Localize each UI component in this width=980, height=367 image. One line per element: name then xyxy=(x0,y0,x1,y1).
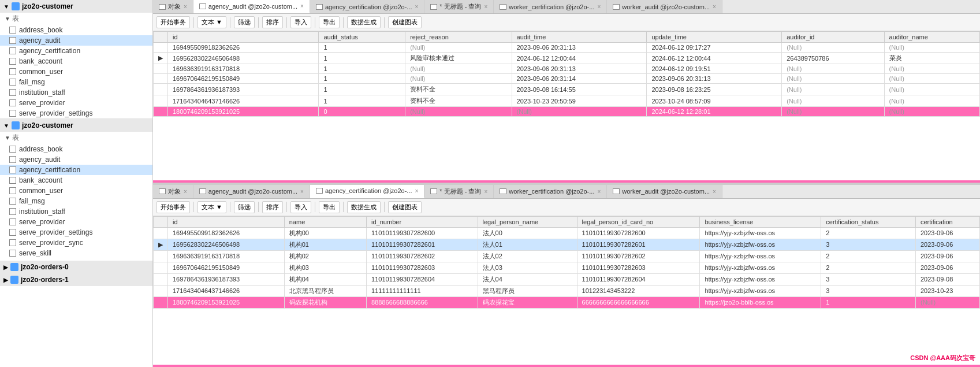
cell-legal_person_id_card_no-3[interactable]: 110101199307282603 xyxy=(577,262,700,273)
sidebar-item-institution_staff[interactable]: institution_staff xyxy=(0,206,152,217)
sidebar-db-extra2[interactable]: ▶ jzo2o-orders-1 xyxy=(0,273,152,286)
table-row[interactable]: 16949550991823626261(Null)2023-09-06 20:… xyxy=(154,43,980,53)
cell-id_number-4[interactable]: 110101199307282604 xyxy=(367,273,478,285)
table-row[interactable]: ▶16956283022465064981风险审核未通过2024-06-12 1… xyxy=(154,53,980,64)
cell-audit_status-2[interactable]: 1 xyxy=(319,64,405,74)
cell-business_license-5[interactable]: https://yjy-xzbjzfw-oss.os xyxy=(700,285,821,296)
cell-legal_person_id_card_no-0[interactable]: 110101199307282600 xyxy=(577,227,700,239)
cell-id-2[interactable]: 1696363919163170818 xyxy=(168,64,319,74)
cell-reject_reason-0[interactable]: (Null) xyxy=(405,43,512,53)
cell-certification-6[interactable]: (Null) xyxy=(915,296,979,308)
sidebar-item-agency_audit[interactable]: agency_audit xyxy=(0,35,152,46)
cell-business_license-1[interactable]: https://yjy-xzbjzfw-oss.os xyxy=(700,239,821,250)
cell-audit_time-0[interactable]: 2023-09-06 20:31:13 xyxy=(512,43,647,53)
cell-auditor_name-3[interactable]: (Null) xyxy=(884,74,979,84)
table-row[interactable]: 1696363919163170818机构0211010119930728260… xyxy=(154,250,980,262)
cell-id-6[interactable]: 1800746209153921025 xyxy=(168,296,285,308)
cell-auditor_name-4[interactable]: (Null) xyxy=(884,84,979,95)
tab-close-1[interactable]: × xyxy=(300,3,304,9)
sidebar-item-serve_provider[interactable]: serve_provider xyxy=(0,98,152,108)
cell-legal_person_id_card_no-5[interactable]: 101223143453222 xyxy=(577,285,700,296)
cell-auditor_name-0[interactable]: (Null) xyxy=(884,43,979,53)
cell-certification_status-4[interactable]: 3 xyxy=(821,273,916,285)
cell-id-1[interactable]: 1695628302246506498 xyxy=(168,53,319,64)
cell-reject_reason-4[interactable]: 资料不全 xyxy=(405,84,512,95)
toolbar-btn-6[interactable]: 数据生成 xyxy=(347,201,381,213)
sidebar-item-agency_certification[interactable]: agency_certification xyxy=(0,165,152,175)
cell-certification-1[interactable]: 2023-09-06 xyxy=(915,239,979,250)
toolbar-btn-7[interactable]: 创建图表 xyxy=(388,16,422,28)
cell-certification_status-3[interactable]: 2 xyxy=(821,262,916,273)
cell-certification_status-6[interactable]: 1 xyxy=(821,296,916,308)
cell-auditor_id-6[interactable]: (Null) xyxy=(782,107,884,117)
cell-update_time-1[interactable]: 2024-06-12 12:00:44 xyxy=(647,53,782,64)
toolbar-btn-3[interactable]: 排序 xyxy=(262,201,283,213)
cell-reject_reason-3[interactable]: (Null) xyxy=(405,74,512,84)
cell-audit_time-1[interactable]: 2024-06-12 12:00:44 xyxy=(512,53,647,64)
cell-auditor_name-2[interactable]: (Null) xyxy=(884,64,979,74)
sidebar-db-extra1[interactable]: ▶ jzo2o-orders-0 xyxy=(0,261,152,273)
toolbar-btn-4[interactable]: 导入 xyxy=(290,201,311,213)
cell-legal_person_name-3[interactable]: 法人03 xyxy=(478,262,577,273)
cell-name-3[interactable]: 机构03 xyxy=(284,262,366,273)
cell-legal_person_id_card_no-4[interactable]: 110101199307282604 xyxy=(577,273,700,285)
cell-update_time-4[interactable]: 2023-09-08 16:23:25 xyxy=(647,84,782,95)
cell-id-6[interactable]: 1800746209153921025 xyxy=(168,107,319,117)
tab-4[interactable]: worker_certification @jzo2o-...× xyxy=(494,185,607,198)
cell-id_number-5[interactable]: 11111111111111 xyxy=(367,285,478,296)
sidebar-item-common_user[interactable]: common_user xyxy=(0,66,152,77)
cell-certification-2[interactable]: 2023-09-06 xyxy=(915,250,979,262)
cell-reject_reason-5[interactable]: 资料不全 xyxy=(405,95,512,107)
tab-close-1[interactable]: × xyxy=(300,188,304,195)
cell-id_number-3[interactable]: 110101199307282603 xyxy=(367,262,478,273)
cell-certification_status-5[interactable]: 3 xyxy=(821,285,916,296)
cell-auditor_name-1[interactable]: 菜炎 xyxy=(884,53,979,64)
cell-legal_person_id_card_no-6[interactable]: 6666666666666666666 xyxy=(577,296,700,308)
cell-audit_status-3[interactable]: 1 xyxy=(319,74,405,84)
toolbar-btn-0[interactable]: 开始事务 xyxy=(156,201,190,213)
cell-name-6[interactable]: 码农探花机构 xyxy=(284,296,366,308)
cell-business_license-2[interactable]: https://yjy-xzbjzfw-oss.os xyxy=(700,250,821,262)
tab-4[interactable]: worker_certification @jzo2o-...× xyxy=(494,0,607,13)
sidebar-item-common_user[interactable]: common_user xyxy=(0,186,152,196)
cell-auditor_name-6[interactable]: (Null) xyxy=(884,107,979,117)
cell-certification-3[interactable]: 2023-09-06 xyxy=(915,262,979,273)
toolbar-btn-5[interactable]: 导出 xyxy=(319,201,340,213)
cell-legal_person_name-4[interactable]: 法人04 xyxy=(478,273,577,285)
cell-name-1[interactable]: 机构01 xyxy=(284,239,366,250)
tab-close-3[interactable]: × xyxy=(484,188,487,195)
table-row[interactable]: 16978643619361873931资料不全2023-09-08 16:14… xyxy=(154,84,980,95)
cell-legal_person_name-6[interactable]: 码农探花宝 xyxy=(478,296,577,308)
tab-0[interactable]: 对象× xyxy=(153,0,193,13)
sidebar-item-address_book[interactable]: address_book xyxy=(0,25,152,35)
table-row[interactable]: 1694955099182362626机构0011010119930728260… xyxy=(154,227,980,239)
tab-5[interactable]: worker_audit @jzo2o-custom...× xyxy=(607,0,722,13)
toolbar-btn-1[interactable]: 文本 ▼ xyxy=(198,201,226,213)
cell-certification_status-0[interactable]: 2 xyxy=(821,227,916,239)
tab-close-4[interactable]: × xyxy=(597,188,601,195)
cell-id-2[interactable]: 1696363919163170818 xyxy=(168,250,285,262)
cell-auditor_name-5[interactable]: (Null) xyxy=(884,95,979,107)
tab-close-5[interactable]: × xyxy=(713,3,716,10)
cell-auditor_id-2[interactable]: (Null) xyxy=(782,64,884,74)
cell-id-5[interactable]: 1716434046437146626 xyxy=(168,285,285,296)
cell-business_license-0[interactable]: https://yjy-xzbjzfw-oss.os xyxy=(700,227,821,239)
sidebar-item-serve_provider[interactable]: serve_provider xyxy=(0,217,152,227)
tab-close-2[interactable]: × xyxy=(415,3,419,10)
sidebar-db-bottom[interactable]: ▼ jzo2o-customer xyxy=(0,119,152,132)
cell-business_license-3[interactable]: https://yjy-xzbjzfw-oss.os xyxy=(700,262,821,273)
sidebar-item-bank_account[interactable]: bank_account xyxy=(0,175,152,186)
tab-0[interactable]: 对象× xyxy=(153,185,193,198)
cell-id-0[interactable]: 1694955099182362626 xyxy=(168,227,285,239)
tab-3[interactable]: * 无标题 - 查询× xyxy=(424,0,494,13)
table-row[interactable]: 17164340464371466261资料不全2023-10-23 20:50… xyxy=(154,95,980,107)
cell-id-3[interactable]: 1696706462195150849 xyxy=(168,74,319,84)
cell-id-5[interactable]: 1716434046437146626 xyxy=(168,95,319,107)
tab-5[interactable]: worker_audit @jzo2o-custom...× xyxy=(607,185,722,198)
cell-certification-0[interactable]: 2023-09-06 xyxy=(915,227,979,239)
cell-business_license-4[interactable]: https://yjy-xzbjzfw-oss.os xyxy=(700,273,821,285)
table-row[interactable]: 16967064621951508491(Null)2023-09-06 20:… xyxy=(154,74,980,84)
sidebar-item-serve_provider_settings[interactable]: serve_provider_settings xyxy=(0,108,152,118)
sidebar-item-serve_provider_sync[interactable]: serve_provider_sync xyxy=(0,238,152,248)
cell-id_number-6[interactable]: 8888666688886666 xyxy=(367,296,478,308)
